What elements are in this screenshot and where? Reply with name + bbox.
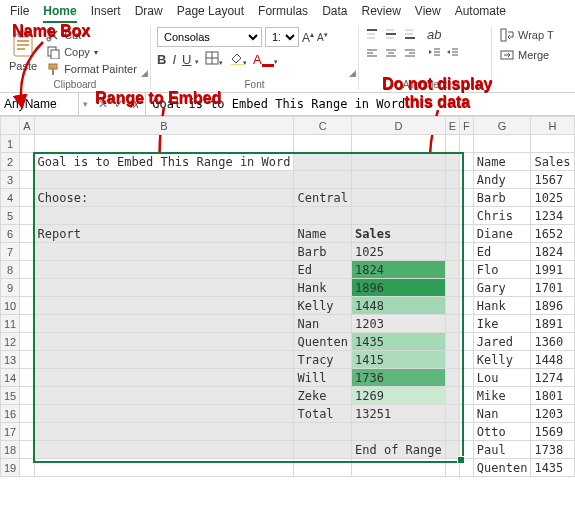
cell-F12[interactable] (460, 333, 474, 351)
cell-G14[interactable]: Lou (473, 369, 531, 387)
dialog-launcher-icon[interactable]: ◢ (141, 68, 148, 78)
cell-D13[interactable]: 1415 (352, 351, 446, 369)
cell-A17[interactable] (20, 423, 34, 441)
orientation-button[interactable]: ab (427, 27, 459, 42)
cell-E3[interactable] (445, 171, 459, 189)
cell-B12[interactable] (34, 333, 294, 351)
align-bottom-button[interactable] (403, 27, 419, 43)
menu-file[interactable]: File (10, 4, 29, 23)
cell-D16[interactable]: 13251 (352, 405, 446, 423)
menu-page-layout[interactable]: Page Layout (177, 4, 244, 23)
cell-A14[interactable] (20, 369, 34, 387)
cell-E15[interactable] (445, 387, 459, 405)
cell-B5[interactable] (34, 207, 294, 225)
cell-A15[interactable] (20, 387, 34, 405)
cell-F5[interactable] (460, 207, 474, 225)
col-header-H[interactable]: H (531, 117, 574, 135)
cell-H5[interactable]: 1234 (531, 207, 574, 225)
cell-B17[interactable] (34, 423, 294, 441)
cell-B7[interactable] (34, 243, 294, 261)
name-box[interactable] (0, 93, 79, 115)
cell-A1[interactable] (20, 135, 34, 153)
worksheet-grid[interactable]: ABCDEFGHI12Goal is to Embed This Range i… (0, 116, 575, 477)
cell-D8[interactable]: 1824 (352, 261, 446, 279)
cell-F14[interactable] (460, 369, 474, 387)
cell-H9[interactable]: 1701 (531, 279, 574, 297)
cell-H12[interactable]: 1360 (531, 333, 574, 351)
col-header-F[interactable]: F (460, 117, 474, 135)
cell-C13[interactable]: Tracy (294, 351, 352, 369)
align-center-button[interactable] (384, 46, 400, 62)
cell-F15[interactable] (460, 387, 474, 405)
cell-D1[interactable] (352, 135, 446, 153)
cell-C4[interactable]: Central (294, 189, 352, 207)
row-header-4[interactable]: 4 (1, 189, 20, 207)
cell-C14[interactable]: Will (294, 369, 352, 387)
row-header-9[interactable]: 9 (1, 279, 20, 297)
row-header-10[interactable]: 10 (1, 297, 20, 315)
font-family-select[interactable]: Consolas (157, 27, 262, 47)
cell-G5[interactable]: Chris (473, 207, 531, 225)
cell-B10[interactable] (34, 297, 294, 315)
cell-A2[interactable] (20, 153, 34, 171)
cell-E8[interactable] (445, 261, 459, 279)
cell-E5[interactable] (445, 207, 459, 225)
formula-input[interactable] (146, 97, 575, 111)
align-left-button[interactable] (365, 46, 381, 62)
cell-G11[interactable]: Ike (473, 315, 531, 333)
cell-H13[interactable]: 1448 (531, 351, 574, 369)
row-header-13[interactable]: 13 (1, 351, 20, 369)
bold-button[interactable]: B (157, 52, 166, 67)
col-header-C[interactable]: C (294, 117, 352, 135)
cell-G12[interactable]: Jared (473, 333, 531, 351)
cell-E9[interactable] (445, 279, 459, 297)
cut-button[interactable]: Cut (44, 27, 139, 43)
cell-F4[interactable] (460, 189, 474, 207)
col-header-G[interactable]: G (473, 117, 531, 135)
align-right-button[interactable] (403, 46, 419, 62)
cell-F3[interactable] (460, 171, 474, 189)
cell-E10[interactable] (445, 297, 459, 315)
cell-H3[interactable]: 1567 (531, 171, 574, 189)
cell-D12[interactable]: 1435 (352, 333, 446, 351)
cell-H2[interactable]: Sales (531, 153, 574, 171)
cell-H8[interactable]: 1991 (531, 261, 574, 279)
cell-G13[interactable]: Kelly (473, 351, 531, 369)
cell-E6[interactable] (445, 225, 459, 243)
cell-F13[interactable] (460, 351, 474, 369)
cell-E11[interactable] (445, 315, 459, 333)
cell-H4[interactable]: 1025 (531, 189, 574, 207)
cell-C19[interactable] (294, 459, 352, 477)
cell-C15[interactable]: Zeke (294, 387, 352, 405)
cell-H6[interactable]: 1652 (531, 225, 574, 243)
cell-D11[interactable]: 1203 (352, 315, 446, 333)
select-all-corner[interactable] (1, 117, 20, 135)
cell-A7[interactable] (20, 243, 34, 261)
cell-C16[interactable]: Total (294, 405, 352, 423)
cell-F7[interactable] (460, 243, 474, 261)
row-header-1[interactable]: 1 (1, 135, 20, 153)
col-header-D[interactable]: D (352, 117, 446, 135)
cell-E16[interactable] (445, 405, 459, 423)
decrease-indent-button[interactable] (427, 46, 441, 61)
row-header-7[interactable]: 7 (1, 243, 20, 261)
cell-G4[interactable]: Barb (473, 189, 531, 207)
cell-G10[interactable]: Hank (473, 297, 531, 315)
cell-D2[interactable] (352, 153, 446, 171)
row-header-16[interactable]: 16 (1, 405, 20, 423)
cell-B3[interactable] (34, 171, 294, 189)
cell-D3[interactable] (352, 171, 446, 189)
cell-D17[interactable] (352, 423, 446, 441)
col-header-E[interactable]: E (445, 117, 459, 135)
cell-C10[interactable]: Kelly (294, 297, 352, 315)
cell-C6[interactable]: Name (294, 225, 352, 243)
cell-G1[interactable] (473, 135, 531, 153)
cell-G2[interactable]: Name (473, 153, 531, 171)
menu-draw[interactable]: Draw (135, 4, 163, 23)
row-header-6[interactable]: 6 (1, 225, 20, 243)
cell-A10[interactable] (20, 297, 34, 315)
cell-H14[interactable]: 1274 (531, 369, 574, 387)
cell-G17[interactable]: Otto (473, 423, 531, 441)
cell-G3[interactable]: Andy (473, 171, 531, 189)
cell-D10[interactable]: 1448 (352, 297, 446, 315)
